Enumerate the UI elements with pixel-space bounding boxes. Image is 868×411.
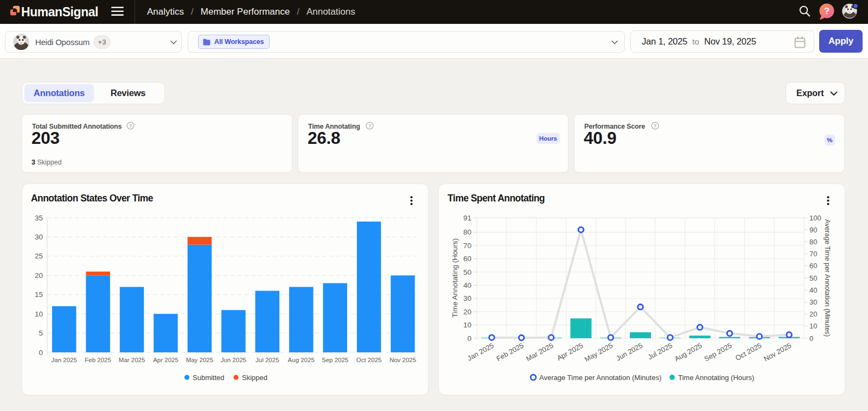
svg-text:Submitted: Submitted xyxy=(193,374,225,382)
svg-text:Apr 2025: Apr 2025 xyxy=(556,342,584,363)
svg-text:Average Time per Annotation (M: Average Time per Annotation (Minutes) xyxy=(824,219,831,337)
svg-text:60: 60 xyxy=(809,262,817,270)
svg-text:?: ? xyxy=(129,123,132,129)
svg-text:20: 20 xyxy=(35,271,43,280)
svg-text:0: 0 xyxy=(467,334,471,343)
svg-text:Oct 2025: Oct 2025 xyxy=(356,357,382,363)
svg-text:70: 70 xyxy=(809,250,817,258)
svg-text:35: 35 xyxy=(35,214,43,222)
svg-text:30: 30 xyxy=(463,294,471,302)
svg-text:Feb 2025: Feb 2025 xyxy=(85,357,111,363)
svg-text:Time Annotating (Hours): Time Annotating (Hours) xyxy=(451,238,459,318)
svg-text:20: 20 xyxy=(809,310,817,318)
svg-text:Nov 2025: Nov 2025 xyxy=(762,342,793,363)
svg-text:Jun 2025: Jun 2025 xyxy=(615,342,644,363)
svg-text:0: 0 xyxy=(39,349,43,357)
svg-text:Oct 2025: Oct 2025 xyxy=(734,342,763,363)
svg-text:Feb 2025: Feb 2025 xyxy=(495,342,525,363)
svg-text:40: 40 xyxy=(463,281,471,289)
svg-text:Sep 2025: Sep 2025 xyxy=(322,357,348,363)
svg-text:Skipped: Skipped xyxy=(242,374,267,382)
svg-text:Jan 2025: Jan 2025 xyxy=(52,357,77,363)
svg-text:10: 10 xyxy=(809,322,817,330)
svg-text:25: 25 xyxy=(35,252,43,260)
svg-text:90: 90 xyxy=(809,226,817,234)
svg-text:91: 91 xyxy=(463,214,471,222)
svg-text:30: 30 xyxy=(809,298,817,306)
svg-text:?: ? xyxy=(654,123,656,129)
svg-text:May 2025: May 2025 xyxy=(583,342,614,364)
svg-text:May 2025: May 2025 xyxy=(186,357,214,363)
svg-text:Jul 2025: Jul 2025 xyxy=(646,342,673,362)
svg-text:Average Time per Annotation (M: Average Time per Annotation (Minutes) xyxy=(539,374,661,382)
svg-text:50: 50 xyxy=(463,268,471,276)
svg-text:Aug 2025: Aug 2025 xyxy=(288,357,315,363)
svg-text:Jul 2025: Jul 2025 xyxy=(256,357,279,363)
svg-text:0: 0 xyxy=(809,334,813,343)
svg-text:Mar 2025: Mar 2025 xyxy=(119,357,145,363)
svg-text:15: 15 xyxy=(35,290,43,299)
svg-text:60: 60 xyxy=(463,255,471,263)
svg-text:Apr 2025: Apr 2025 xyxy=(153,357,178,363)
svg-text:?: ? xyxy=(824,6,829,16)
svg-text:Time Annotating (Hours): Time Annotating (Hours) xyxy=(678,374,754,382)
svg-text:50: 50 xyxy=(809,274,817,282)
svg-text:Nov 2025: Nov 2025 xyxy=(390,357,416,363)
svg-text:Jan 2025: Jan 2025 xyxy=(466,342,495,363)
svg-text:10: 10 xyxy=(35,310,43,318)
svg-text:?: ? xyxy=(368,123,371,129)
svg-text:Aug 2025: Aug 2025 xyxy=(673,342,704,363)
svg-text:70: 70 xyxy=(463,242,471,250)
svg-text:Mar 2025: Mar 2025 xyxy=(525,342,554,363)
svg-text:40: 40 xyxy=(809,286,817,294)
svg-text:Jun 2025: Jun 2025 xyxy=(221,357,246,363)
svg-text:5: 5 xyxy=(39,329,43,337)
svg-text:10: 10 xyxy=(463,321,471,329)
svg-text:100: 100 xyxy=(809,214,821,222)
svg-text:80: 80 xyxy=(809,238,817,246)
svg-text:20: 20 xyxy=(463,308,471,316)
svg-text:80: 80 xyxy=(463,228,471,236)
svg-text:Sep 2025: Sep 2025 xyxy=(703,342,733,363)
svg-text:30: 30 xyxy=(35,233,43,241)
